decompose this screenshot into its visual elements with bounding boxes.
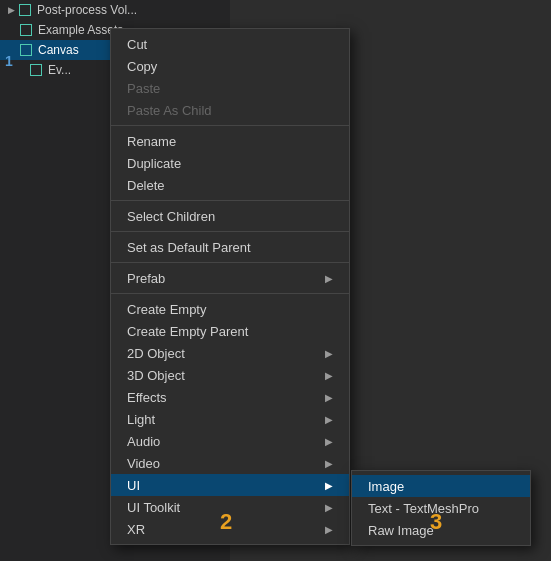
menu-item-light[interactable]: Light ▶ [111, 408, 349, 430]
box-icon [28, 62, 44, 78]
separator-2 [111, 200, 349, 201]
separator-1 [111, 125, 349, 126]
chevron-right-icon: ▶ [325, 524, 333, 535]
arrow-icon: ▶ [8, 5, 15, 15]
separator-4 [111, 262, 349, 263]
context-menu: Cut Copy Paste Paste As Child Rename Dup… [110, 28, 350, 545]
menu-item-paste: Paste [111, 77, 349, 99]
menu-item-prefab[interactable]: Prefab ▶ [111, 267, 349, 289]
separator-5 [111, 293, 349, 294]
menu-item-rename[interactable]: Rename [111, 130, 349, 152]
chevron-right-icon: ▶ [325, 414, 333, 425]
chevron-right-icon: ▶ [325, 370, 333, 381]
menu-item-audio[interactable]: Audio ▶ [111, 430, 349, 452]
menu-item-paste-as-child: Paste As Child [111, 99, 349, 121]
chevron-right-icon: ▶ [325, 273, 333, 284]
chevron-right-icon: ▶ [325, 436, 333, 447]
menu-item-2d-object[interactable]: 2D Object ▶ [111, 342, 349, 364]
chevron-right-icon: ▶ [325, 348, 333, 359]
menu-item-ui[interactable]: UI ▶ Image Text - TextMeshPro Raw Image [111, 474, 349, 496]
badge-1: 1 [5, 53, 13, 69]
menu-item-video[interactable]: Video ▶ [111, 452, 349, 474]
badge-2: 2 [220, 509, 232, 535]
box-icon [18, 22, 34, 38]
menu-item-create-empty[interactable]: Create Empty [111, 298, 349, 320]
menu-item-cut[interactable]: Cut [111, 33, 349, 55]
menu-item-3d-object[interactable]: 3D Object ▶ [111, 364, 349, 386]
menu-item-select-children[interactable]: Select Children [111, 205, 349, 227]
menu-item-copy[interactable]: Copy [111, 55, 349, 77]
chevron-right-icon: ▶ [325, 502, 333, 513]
menu-item-duplicate[interactable]: Duplicate [111, 152, 349, 174]
box-icon [17, 2, 33, 18]
chevron-right-icon: ▶ [325, 392, 333, 403]
badge-3: 3 [430, 509, 442, 535]
menu-item-default-parent[interactable]: Set as Default Parent [111, 236, 349, 258]
menu-item-delete[interactable]: Delete [111, 174, 349, 196]
chevron-right-icon: ▶ [325, 480, 333, 491]
chevron-right-icon: ▶ [325, 458, 333, 469]
menu-item-create-empty-parent[interactable]: Create Empty Parent [111, 320, 349, 342]
menu-item-effects[interactable]: Effects ▶ [111, 386, 349, 408]
box-icon [18, 42, 34, 58]
separator-3 [111, 231, 349, 232]
submenu-item-image[interactable]: Image [352, 475, 530, 497]
hierarchy-item-postprocess[interactable]: ▶ Post-process Vol... [0, 0, 230, 20]
